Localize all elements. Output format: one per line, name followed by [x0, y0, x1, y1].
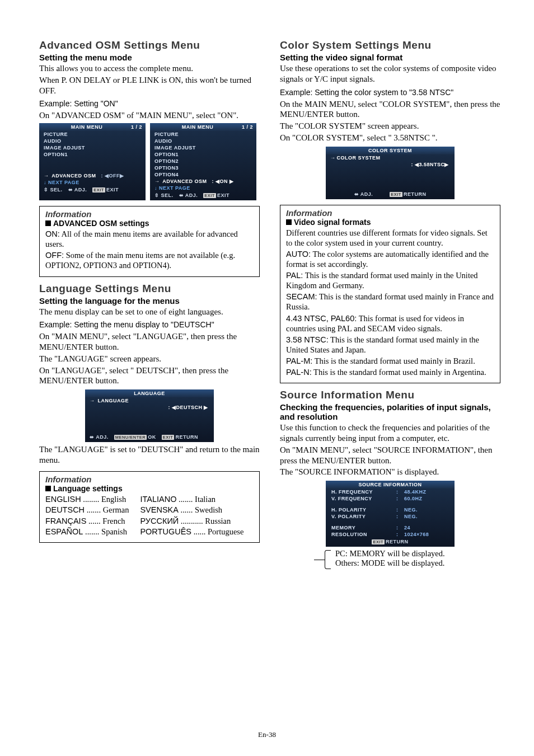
callout-pc-others: PC: MEMORY will be displayed. Others: MO… [325, 549, 500, 569]
lang-title: Language Settings Menu [39, 283, 260, 295]
osd-hint-adj: ⬌ ADJ. [179, 192, 198, 198]
osd-source-row: V. FREQUENCY:60.0HZ [326, 495, 455, 502]
osd-item: IMAGE ADJUST [150, 144, 256, 151]
osd-adv-value: : ◀ON ▶ [212, 179, 234, 184]
adv-osm-subtitle: Setting the menu mode [39, 53, 260, 62]
lang-entry: РУССКИЙ ........... Russian [140, 516, 243, 527]
language-table: ENGLISH ........ English DEUTSCH .......… [45, 494, 254, 538]
osd-adv-label: ADVANCED OSM [51, 173, 96, 179]
source-title: Source Information Menu [280, 389, 500, 401]
osd-hint-return: EXITRETURN [390, 191, 426, 197]
adv-osm-p3: On "ADVANCED OSM" of "MAIN MENU", select… [39, 110, 260, 121]
color-p4: On "COLOR SYSTEM", select " 3.58NTSC ". [280, 133, 500, 143]
osd-hint-adj: ⬌ ADJ. [68, 187, 87, 192]
info-item: 4.43 NTSC, PAL60: This format is used fo… [286, 313, 494, 334]
color-p2: On the MAIN MENU, select "COLOR SYSTEM",… [280, 99, 500, 120]
lang-entry: SVENSKA ...... Swedish [140, 505, 243, 516]
lang-p3: The "LANGUAGE" screen appears. [39, 354, 260, 364]
osd-language-value: : ◀DEUTSCH ▶ [85, 404, 214, 411]
color-title: Color System Settings Menu [280, 39, 500, 51]
osd-row: MAIN MENU 1 / 2 PICTURE AUDIO IMAGE ADJU… [39, 123, 260, 200]
osd-page: 1 / 2 [131, 124, 142, 130]
left-column: Advanced OSM Settings Menu Setting the m… [39, 39, 260, 569]
lang-p2: On "MAIN MENU", select "LANGUAGE", then … [39, 331, 260, 353]
osd-item: AUDIO [150, 138, 256, 144]
osd-hint-return: EXITRETURN [372, 539, 408, 544]
osd-hint-exit: EXITEXIT [92, 187, 119, 192]
source-p1: Use this function to check the frequenci… [280, 422, 500, 444]
info-title: Information [45, 475, 254, 484]
osd-language-row: LANGUAGE [85, 397, 214, 404]
osd-item: OPTION1 [39, 151, 146, 158]
info-item: PAL-M: This is the standard format used … [286, 356, 494, 366]
osd-title: LANGUAGE [88, 391, 210, 396]
osd-item: AUDIO [39, 138, 146, 144]
color-p3: The "COLOR SYSTEM" screen appears. [280, 121, 500, 132]
adv-osm-example: Example: Setting "ON" [39, 99, 260, 108]
lang-entry: ENGLISH ........ English [45, 494, 129, 505]
lang-entry: ITALIANO ....... Italian [140, 494, 243, 505]
info-off: OFF: Some of the main menu items are not… [45, 250, 254, 270]
lang-after: The "LANGUAGE" is set to "DEUTSCH" and r… [39, 444, 260, 466]
info-box-advanced-osm: Information ADVANCED OSM settings ON: Al… [39, 206, 260, 277]
osd-language: LANGUAGE LANGUAGE : ◀DEUTSCH ▶ ⬌ ADJ. ME… [85, 389, 214, 442]
osd-item: OPTION1 [150, 151, 256, 158]
osd-advanced-row: ADVANCED OSM : ◀ON ▶ [150, 178, 256, 185]
adv-osm-title: Advanced OSM Settings Menu [39, 39, 260, 51]
info-item: AUTO: The color systems are automaticall… [286, 249, 494, 269]
info-p0: Different countries use different format… [286, 228, 494, 248]
info-item: 3.58 NTSC: This is the standard format u… [286, 335, 494, 355]
lang-example: Example: Setting the menu display to "DE… [39, 320, 260, 329]
info-item: PAL: This is the standard format used ma… [286, 270, 494, 290]
osd-color-system: COLOR SYSTEM COLOR SYSTEM : ◀3.58NTSC▶ ⬌… [326, 147, 455, 199]
info-title: Information [45, 209, 254, 219]
info-subtitle: Video signal formats [286, 218, 494, 227]
bracket-icon [325, 550, 331, 569]
page-number: En-38 [0, 730, 534, 739]
osd-adv-label: ADVANCED OSM [162, 179, 207, 184]
osd-source-info: SOURCE INFORMATION H. FREQUENCY:48.4KHZ … [326, 481, 455, 547]
info-item: SECAM: This is the standard format used … [286, 292, 494, 312]
square-icon [45, 220, 51, 226]
osd-item: OPTION4 [150, 171, 256, 178]
square-icon [45, 486, 51, 491]
osd-hint-sel: ⇳ SEL. [44, 187, 63, 192]
osd-hint-ok: MENU/ENTEROK [114, 434, 156, 440]
lang-entry: FRANÇAIS ...... French [45, 516, 129, 527]
osd-item: OPTION2 [150, 158, 256, 165]
info-box-languages: Information Language settings ENGLISH ..… [39, 471, 260, 543]
lang-p4: On "LANGUAGE", select " DEUTSCH", then p… [39, 365, 260, 387]
info-box-video-formats: Information Video signal formats Differe… [280, 205, 500, 384]
source-subtitle: Checking the frequencies, polarities of … [280, 402, 500, 421]
osd-hint-adj: ⬌ ADJ. [354, 191, 373, 197]
lang-p1: The menu display can be set to one of ei… [39, 307, 260, 317]
osd-item: OPTION3 [150, 165, 256, 171]
osd-hint-exit: EXITEXIT [203, 192, 229, 198]
osd-hint-return: EXITRETURN [162, 434, 198, 440]
source-p2: On "MAIN MENU", select "SOURCE INFORMATI… [280, 445, 500, 466]
osd-mainmenu-off: MAIN MENU 1 / 2 PICTURE AUDIO IMAGE ADJU… [39, 123, 146, 200]
info-title: Information [286, 208, 494, 218]
osd-title: COLOR SYSTEM [329, 148, 451, 153]
right-column: Color System Settings Menu Setting the v… [280, 39, 500, 569]
source-p3: The "SOURCE INFORMATION" is displayed. [280, 467, 500, 477]
adv-osm-p1: This allows you to access the complete m… [39, 63, 260, 74]
osd-title: MAIN MENU [153, 124, 242, 130]
callout-line2: Others: MODE will be displayed. [335, 558, 445, 568]
callout-line1: PC: MEMORY will be displayed. [335, 549, 445, 558]
osd-page: 1 / 2 [242, 124, 253, 130]
osd-source-row: H. FREQUENCY:48.4KHZ [326, 489, 455, 495]
lang-entry: DEUTSCH ....... German [45, 505, 129, 516]
osd-nextpage: ↓ NEXT PAGE [150, 185, 256, 191]
color-example: Example: Setting the color system to "3.… [280, 88, 500, 97]
osd-source-row: MEMORY:24 [326, 524, 455, 531]
osd-item: PICTURE [150, 131, 256, 138]
osd-item: IMAGE ADJUST [39, 144, 146, 151]
osd-item: PICTURE [39, 131, 146, 138]
adv-osm-p2: When P. ON DELAY or PLE LINK is ON, this… [39, 75, 260, 96]
lang-entry: ESPAÑOL ....... Spanish [45, 527, 129, 538]
osd-color-value: : ◀3.58NTSC▶ [326, 161, 455, 168]
osd-hint-sel: ⇳ SEL. [154, 192, 174, 198]
lang-entry: PORTUGUÊS ...... Portuguese [140, 527, 243, 538]
info-item: PAL-N: This is the standard format used … [286, 367, 494, 377]
